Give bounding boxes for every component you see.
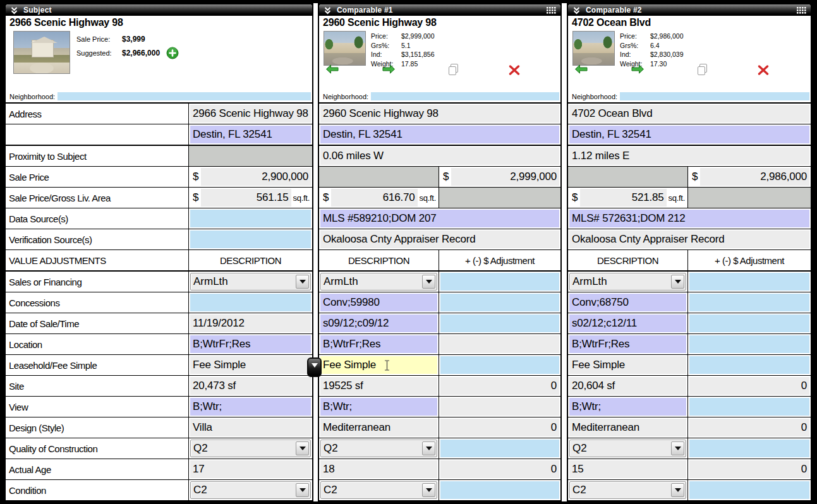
subject-photo-thumbnail[interactable] bbox=[13, 31, 70, 74]
adjustment-input[interactable] bbox=[689, 315, 809, 332]
collapse-icon[interactable] bbox=[10, 6, 18, 15]
sales-financing-dropdown[interactable]: ArmLth bbox=[320, 273, 437, 291]
design-field[interactable]: Mediterranean bbox=[320, 419, 437, 436]
adjustment-input[interactable] bbox=[440, 315, 559, 332]
leasehold-field[interactable]: Fee Simple bbox=[190, 356, 311, 374]
concessions-field[interactable]: Conv;59980 bbox=[320, 294, 437, 311]
quality-dropdown[interactable]: Q2 bbox=[320, 440, 437, 457]
verification-source-field[interactable]: Okaloosa Cnty Appraiser Record bbox=[569, 231, 809, 248]
date-of-sale-field[interactable]: s02/12;c12/11 bbox=[569, 315, 686, 332]
copy-comp-button[interactable] bbox=[447, 63, 459, 76]
adjustment-input[interactable]: 0 bbox=[440, 460, 559, 478]
leasehold-field-focused[interactable]: Fee Simple bbox=[320, 356, 437, 374]
view-field[interactable]: B;Wtr; bbox=[320, 398, 437, 416]
dropdown-arrow-icon[interactable] bbox=[296, 275, 309, 289]
dropdown-arrow-icon[interactable] bbox=[296, 441, 309, 455]
dropdown-arrow-icon[interactable] bbox=[671, 275, 684, 289]
delete-comp-button[interactable] bbox=[509, 65, 520, 75]
adjustment-input[interactable] bbox=[689, 294, 809, 311]
sales-financing-dropdown[interactable]: ArmLth bbox=[190, 273, 311, 291]
proximity-field[interactable]: 1.12 miles E bbox=[569, 147, 809, 165]
comp2-photo-thumbnail[interactable] bbox=[572, 31, 615, 66]
address-line2-field[interactable]: Destin, FL 32541 bbox=[320, 126, 559, 143]
prev-comp-button[interactable] bbox=[574, 64, 588, 74]
delete-comp-button[interactable] bbox=[758, 65, 769, 75]
quality-dropdown[interactable]: Q2 bbox=[569, 440, 686, 457]
location-field[interactable]: B;WtrFr;Res bbox=[569, 335, 686, 353]
site-field[interactable]: 20,473 sf bbox=[190, 377, 311, 395]
neighborhood-input[interactable] bbox=[620, 92, 809, 100]
design-field[interactable]: Mediterranean bbox=[569, 419, 686, 436]
proximity-field[interactable]: 0.06 miles W bbox=[320, 147, 559, 165]
next-comp-button[interactable] bbox=[631, 64, 645, 74]
address-line1-field[interactable]: 4702 Ocean Blvd bbox=[569, 105, 809, 123]
condition-dropdown[interactable]: C2 bbox=[190, 481, 311, 499]
adjustment-input[interactable]: 0 bbox=[440, 419, 559, 436]
site-field[interactable]: 19525 sf bbox=[320, 377, 437, 395]
grid-handle-icon[interactable] bbox=[547, 7, 556, 14]
sales-financing-dropdown[interactable]: ArmLth bbox=[569, 273, 686, 291]
condition-dropdown[interactable]: C2 bbox=[569, 481, 686, 499]
adjustment-input[interactable] bbox=[689, 440, 809, 457]
grid-handle-icon[interactable] bbox=[797, 7, 806, 14]
date-of-sale-field[interactable]: s09/12;c09/12 bbox=[320, 315, 437, 332]
condition-dropdown[interactable]: C2 bbox=[320, 481, 437, 499]
view-field[interactable]: B;Wtr; bbox=[569, 398, 686, 416]
sale-price-field[interactable]: 2,986,000 bbox=[700, 168, 809, 186]
adjustment-input[interactable]: 0 bbox=[689, 419, 809, 436]
dropdown-arrow-icon[interactable] bbox=[296, 483, 309, 497]
price-gla-field[interactable]: 616.70 bbox=[331, 189, 417, 207]
verification-source-field[interactable]: Okaloosa Cnty Appraiser Record bbox=[320, 231, 559, 248]
sale-price-field[interactable]: 2,900,000 bbox=[201, 168, 311, 186]
comp1-photo-thumbnail[interactable] bbox=[324, 31, 366, 66]
sale-price-field[interactable]: 2,999,000 bbox=[451, 168, 559, 186]
adjustment-input[interactable] bbox=[440, 335, 559, 353]
location-field[interactable]: B;WtrFr;Res bbox=[320, 335, 437, 353]
adjustment-input[interactable] bbox=[440, 356, 559, 374]
concessions-input[interactable] bbox=[190, 294, 311, 311]
adjustment-input[interactable] bbox=[440, 481, 559, 499]
copy-comp-button[interactable] bbox=[696, 63, 708, 76]
data-source-field[interactable]: MLS# 572631;DOM 212 bbox=[569, 210, 809, 227]
adjustment-input[interactable] bbox=[689, 481, 809, 499]
dropdown-arrow-icon[interactable] bbox=[671, 441, 684, 455]
collapse-icon[interactable] bbox=[324, 6, 332, 15]
leasehold-field[interactable]: Fee Simple bbox=[569, 356, 686, 374]
verification-source-input[interactable] bbox=[190, 231, 311, 248]
dropdown-arrow-icon[interactable] bbox=[422, 483, 435, 497]
prev-comp-button[interactable] bbox=[325, 64, 339, 74]
design-field[interactable]: Villa bbox=[190, 419, 311, 436]
adjustment-input[interactable] bbox=[689, 356, 809, 374]
adjustment-input[interactable] bbox=[689, 398, 809, 416]
quality-dropdown[interactable]: Q2 bbox=[190, 440, 311, 457]
date-of-sale-field[interactable]: 11/19/2012 bbox=[190, 315, 311, 332]
neighborhood-input[interactable] bbox=[57, 92, 311, 100]
adjustment-input[interactable]: 0 bbox=[689, 460, 809, 478]
neighborhood-input[interactable] bbox=[371, 92, 559, 100]
actual-age-field[interactable]: 15 bbox=[569, 460, 686, 478]
adjustment-input[interactable]: 0 bbox=[689, 377, 809, 395]
view-field[interactable]: B;Wtr; bbox=[190, 398, 311, 416]
adjustment-input[interactable] bbox=[440, 398, 559, 416]
actual-age-field[interactable]: 18 bbox=[320, 460, 437, 478]
adjustment-input[interactable] bbox=[689, 273, 809, 291]
address-line1-field[interactable]: 2966 Scenic Highway 98 bbox=[190, 105, 311, 123]
address-line1-field[interactable]: 2960 Scenic Highway 98 bbox=[320, 105, 559, 123]
adjustment-input[interactable] bbox=[440, 294, 559, 311]
dropdown-arrow-icon[interactable] bbox=[422, 441, 435, 455]
adjustment-input[interactable] bbox=[440, 273, 559, 291]
site-field[interactable]: 20,604 sf bbox=[569, 377, 686, 395]
concessions-field[interactable]: Conv;68750 bbox=[569, 294, 686, 311]
collapse-icon[interactable] bbox=[572, 6, 581, 15]
adjustment-input[interactable]: 0 bbox=[440, 377, 559, 395]
price-gla-field[interactable]: 561.15 bbox=[201, 189, 291, 207]
dropdown-arrow-icon[interactable] bbox=[671, 483, 684, 497]
dropdown-arrow-icon[interactable] bbox=[422, 275, 435, 289]
address-line2-field[interactable]: Destin, FL 32541 bbox=[569, 126, 809, 143]
add-suggested-button[interactable] bbox=[166, 47, 179, 59]
data-source-input[interactable] bbox=[190, 210, 311, 227]
adjustment-input[interactable] bbox=[440, 440, 559, 457]
current-row-marker[interactable] bbox=[307, 357, 322, 377]
actual-age-field[interactable]: 17 bbox=[190, 460, 311, 478]
address-line2-field[interactable]: Destin, FL 32541 bbox=[190, 126, 311, 143]
